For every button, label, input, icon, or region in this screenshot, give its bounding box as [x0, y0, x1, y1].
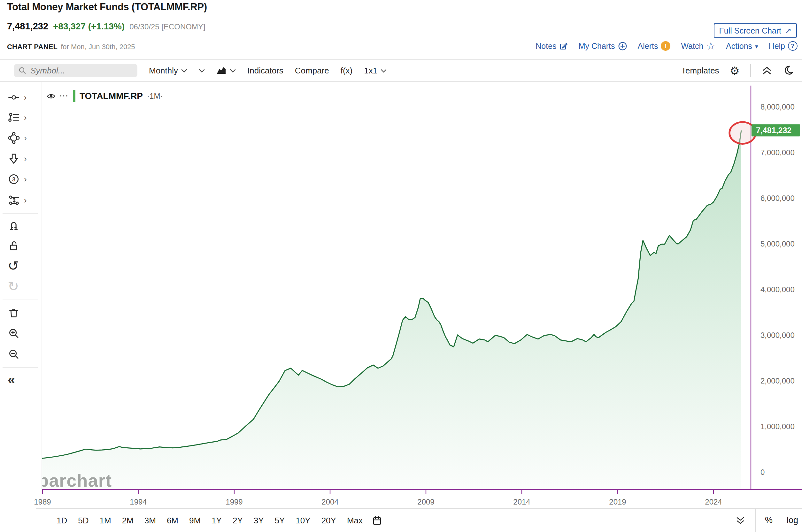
- layout-dropdown[interactable]: 1x1: [364, 66, 387, 76]
- collapse-toolbar-icon[interactable]: [761, 66, 772, 75]
- shape-tool-button[interactable]: ›: [8, 132, 27, 144]
- range-1d-button[interactable]: 1D: [51, 516, 73, 526]
- full-screen-chart-button[interactable]: Full Screen Chart ↗: [714, 23, 797, 38]
- chevron-down-icon: [380, 69, 387, 73]
- toolbar-divider: [750, 64, 751, 77]
- chevron-down-icon: [199, 69, 205, 73]
- alerts-link[interactable]: Alerts!: [638, 41, 671, 51]
- range-2m-button[interactable]: 2M: [117, 516, 139, 526]
- collapse-sidebar-button[interactable]: «: [8, 373, 15, 386]
- star-icon: ☆: [706, 41, 715, 51]
- last-price: 7,481,232: [7, 21, 48, 32]
- range-5y-button[interactable]: 5Y: [269, 516, 291, 526]
- annotation-list-tool-button[interactable]: ›: [8, 111, 27, 124]
- compare-button[interactable]: Compare: [295, 66, 329, 76]
- sidebar-divider: [3, 300, 38, 300]
- range-1m-button[interactable]: 1M: [94, 516, 117, 526]
- range-20y-button[interactable]: 20Y: [316, 516, 341, 526]
- price-change: +83,327 (+1.13%): [53, 21, 125, 32]
- series-menu-icon[interactable]: ···: [60, 92, 69, 100]
- drawing-tools-sidebar: ››››3››↺↻«: [0, 82, 42, 490]
- gear-icon[interactable]: ⚙: [730, 65, 740, 76]
- sidebar-divider: [3, 213, 38, 214]
- watch-link[interactable]: Watch☆: [681, 41, 715, 51]
- external-arrow-icon: ↗: [785, 26, 791, 35]
- fibonacci-tool-button[interactable]: 3›: [8, 173, 27, 185]
- svg-text:2019: 2019: [609, 497, 626, 506]
- help-circle-icon: ?: [788, 41, 798, 51]
- range-9m-button[interactable]: 9M: [184, 516, 206, 526]
- svg-text:6,000,000: 6,000,000: [761, 194, 795, 203]
- panel-label: CHART PANEL: [7, 43, 57, 51]
- channel-tool-button[interactable]: ›: [8, 194, 27, 206]
- unlock-drawings-button[interactable]: [8, 240, 20, 252]
- search-icon: [19, 67, 26, 74]
- page-title: Total Money Market Funds (TOTALMMF.RP): [7, 1, 207, 13]
- undo-icon: ↺: [8, 259, 19, 273]
- svg-text:5,000,000: 5,000,000: [761, 240, 795, 248]
- range-toolbar: 1D5D1M2M3M6M9M1Y2Y3Y5Y10Y20YMax % log: [36, 508, 802, 532]
- chevron-right-icon: ›: [24, 175, 27, 183]
- scale-buttons: % log: [756, 508, 802, 532]
- range-6m-button[interactable]: 6M: [161, 516, 184, 526]
- templates-button[interactable]: Templates: [681, 66, 719, 76]
- zoom-in-button[interactable]: [8, 327, 20, 339]
- svg-text:2009: 2009: [417, 497, 434, 506]
- range-max-button[interactable]: Max: [341, 516, 368, 526]
- svg-text:4,000,000: 4,000,000: [761, 285, 795, 294]
- svg-text:3,000,000: 3,000,000: [761, 331, 795, 339]
- svg-text:3: 3: [12, 176, 15, 183]
- series-legend: ··· TOTALMMF.RP ·1M·: [46, 90, 163, 102]
- svg-text:2,000,000: 2,000,000: [761, 377, 795, 385]
- zoom-out-button[interactable]: [8, 348, 20, 360]
- delete-drawings-button[interactable]: [8, 307, 20, 319]
- arrow-tool-button[interactable]: ›: [8, 153, 27, 165]
- collapse-footer-icon[interactable]: [735, 517, 745, 524]
- undo-button[interactable]: ↺: [8, 259, 19, 273]
- symbol-search-box[interactable]: [14, 64, 137, 77]
- help-link[interactable]: Help?: [769, 41, 798, 51]
- indicators-button[interactable]: Indicators: [247, 66, 283, 76]
- chevron-down-icon: [181, 69, 187, 73]
- svg-text:1,000,000: 1,000,000: [761, 422, 795, 431]
- symbol-search-input[interactable]: [30, 65, 117, 76]
- measure-tool-button[interactable]: ›: [8, 91, 27, 103]
- x-axis-ticks: [42, 490, 713, 494]
- redo-button[interactable]: ↻: [8, 280, 19, 293]
- last-price-badge: 7,481,232: [751, 124, 800, 136]
- series-color-bar: [73, 90, 75, 102]
- range-2y-button[interactable]: 2Y: [227, 516, 248, 526]
- range-3m-button[interactable]: 3M: [139, 516, 161, 526]
- collapse-left-icon: «: [8, 373, 15, 386]
- notes-link[interactable]: Notes: [536, 41, 568, 51]
- chart-toolbar: Monthly Indicators Compare f(x) 1x1 Temp…: [0, 59, 802, 82]
- range-5d-button[interactable]: 5D: [73, 516, 94, 526]
- alert-badge-icon: !: [661, 41, 670, 51]
- chart-type-dropdown[interactable]: [216, 67, 236, 74]
- range-10y-button[interactable]: 10Y: [290, 516, 316, 526]
- range-3y-button[interactable]: 3Y: [248, 516, 269, 526]
- aggregation-dropdown[interactable]: [199, 69, 205, 73]
- chevron-down-icon: [230, 69, 236, 73]
- svg-text:1999: 1999: [226, 497, 243, 506]
- period-dropdown[interactable]: Monthly: [149, 66, 187, 76]
- panel-caption: CHART PANEL for Mon, Jun 30th, 2025: [7, 43, 135, 51]
- redo-icon: ↻: [8, 280, 19, 293]
- svg-text:0: 0: [761, 468, 765, 476]
- actions-link[interactable]: Actions▾: [726, 41, 758, 51]
- magnet-mode-button[interactable]: [8, 219, 20, 231]
- chevron-right-icon: ›: [24, 93, 27, 101]
- percent-scale-button[interactable]: %: [765, 515, 772, 525]
- log-scale-button[interactable]: log: [787, 515, 798, 525]
- x-axis-labels: 19891994199920042009201420192024: [34, 497, 722, 506]
- functions-button[interactable]: f(x): [341, 66, 353, 76]
- calendar-icon[interactable]: [373, 516, 381, 525]
- dark-mode-moon-icon[interactable]: [783, 65, 794, 76]
- eye-icon[interactable]: [46, 93, 56, 100]
- my-charts-link[interactable]: My Charts: [579, 41, 627, 51]
- chevron-right-icon: ›: [24, 155, 27, 163]
- svg-text:2024: 2024: [705, 497, 722, 506]
- quote-date: 06/30/25 [ECONOMY]: [129, 22, 205, 31]
- range-1y-button[interactable]: 1Y: [206, 516, 227, 526]
- svg-text:7,000,000: 7,000,000: [761, 148, 795, 157]
